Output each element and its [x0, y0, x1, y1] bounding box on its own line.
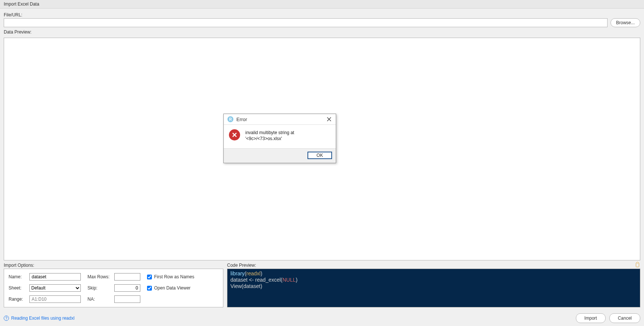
first-row-checkbox-label[interactable]: First Row as Names: [154, 274, 194, 279]
code-token: dataset <- read_excel(: [230, 277, 283, 283]
na-label: NA:: [87, 297, 111, 302]
code-preview-box[interactable]: library(readxl) dataset <- read_excel(NU…: [227, 269, 640, 307]
dialog-title-text: Error: [236, 117, 247, 122]
options-col-1: Name: Sheet: Default Range:: [9, 273, 81, 304]
dialog-footer: OK: [224, 148, 336, 163]
name-label: Name:: [9, 274, 26, 279]
import-options-label: Import Options:: [4, 263, 223, 268]
maxrows-label: Max Rows:: [87, 274, 111, 279]
code-token: readxl: [246, 270, 261, 276]
svg-rect-0: [636, 263, 639, 267]
open-viewer-checkbox[interactable]: [147, 286, 152, 291]
help-link-text: Reading Excel files using readxl: [11, 316, 74, 321]
help-link[interactable]: ? Reading Excel files using readxl: [4, 316, 74, 321]
code-token: View(dataset): [230, 283, 262, 289]
file-url-row: Browse...: [4, 18, 640, 27]
import-button[interactable]: Import: [576, 313, 606, 323]
code-preview-label: Code Preview:: [227, 263, 640, 268]
dialog-message: invalid multibyte string at '<9c>/<73>os…: [245, 129, 331, 142]
options-col-2: Max Rows: Skip: NA:: [87, 273, 140, 304]
lower-row: Import Options: Name: Sheet: Default: [4, 263, 640, 307]
footer: ? Reading Excel files using readxl Impor…: [0, 311, 644, 326]
file-url-section: File/URL: Browse...: [4, 12, 640, 27]
skip-input[interactable]: [114, 284, 140, 292]
help-icon: ?: [4, 316, 9, 321]
rstudio-icon: R: [227, 116, 233, 122]
dialog-body: invalid multibyte string at '<9c>/<73>os…: [224, 125, 336, 148]
range-input[interactable]: [29, 295, 81, 303]
na-input[interactable]: [114, 295, 140, 303]
code-preview-section: Code Preview: library(readxl) dataset <-…: [227, 263, 640, 307]
data-preview-label: Data Preview:: [4, 29, 640, 35]
first-row-checkbox[interactable]: [147, 275, 152, 279]
code-token: library: [230, 270, 245, 276]
clipboard-icon[interactable]: [634, 262, 640, 268]
close-icon[interactable]: [326, 116, 332, 122]
open-viewer-checkbox-label[interactable]: Open Data Viewer: [154, 285, 191, 291]
options-col-3: First Row as Names Open Data Viewer: [147, 273, 194, 304]
browse-button[interactable]: Browse...: [610, 18, 640, 27]
file-url-input[interactable]: [4, 18, 608, 27]
name-input[interactable]: [29, 273, 81, 281]
import-options-section: Import Options: Name: Sheet: Default: [4, 263, 223, 307]
code-token: ): [261, 270, 262, 276]
error-icon: [229, 129, 240, 140]
cancel-button[interactable]: Cancel: [609, 313, 640, 323]
file-url-label: File/URL:: [4, 12, 640, 18]
ok-button[interactable]: OK: [307, 152, 332, 159]
dialog-titlebar: R Error: [224, 114, 336, 125]
code-token: ): [296, 277, 298, 283]
skip-label: Skip:: [87, 285, 111, 291]
sheet-select[interactable]: Default: [29, 284, 81, 292]
sheet-label: Sheet:: [9, 285, 26, 291]
code-token: NULL: [283, 277, 296, 283]
footer-buttons: Import Cancel: [576, 313, 640, 323]
window-title: Import Excel Data: [0, 0, 644, 9]
maxrows-input[interactable]: [114, 273, 140, 281]
import-options-box: Name: Sheet: Default Range:: [4, 269, 223, 307]
svg-rect-1: [637, 262, 638, 263]
range-label: Range:: [9, 297, 26, 302]
error-dialog: R Error invalid multibyte string at '<9c…: [223, 114, 336, 163]
